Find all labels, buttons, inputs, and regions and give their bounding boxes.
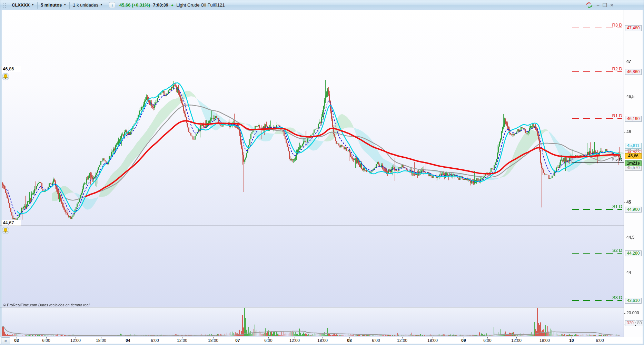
last-price-change: 45,66 (+0,31%) xyxy=(119,2,150,8)
minimize-button[interactable]: – xyxy=(596,2,599,8)
alarm-price-tag[interactable]: 44,67 xyxy=(1,220,21,226)
time-tick-label: 12:00 xyxy=(511,338,522,343)
refresh-icon[interactable] xyxy=(585,2,593,8)
price-tick-mark xyxy=(624,62,625,62)
scroll-back-button[interactable]: « xyxy=(1,337,10,344)
pivot-axis-value: 44,280 xyxy=(625,250,642,256)
info-icon[interactable]: i xyxy=(109,2,115,8)
price-tick-mark xyxy=(624,132,625,132)
chevron-down-icon: ▼ xyxy=(31,4,34,6)
volume-last-value: 80 xyxy=(636,320,643,326)
copyright-note: © ProRealTime.com Datos recibidos en tie… xyxy=(3,303,89,307)
price-tick-label: 46,5 xyxy=(626,94,634,99)
drag-grip-icon[interactable] xyxy=(2,2,7,8)
chevron-down-icon: ▼ xyxy=(63,4,66,6)
time-tick-label: 6:00 xyxy=(264,338,272,343)
time-tick-label: 18:00 xyxy=(539,338,550,343)
units-dropdown[interactable]: 1 k unidades ▼ xyxy=(70,0,106,10)
copyright-text: © ProRealTime.com xyxy=(3,303,37,307)
quote-block: 45,66 (+0,31%) 7:03:39 ● Light Crude Oil… xyxy=(119,2,225,8)
instrument-name: Light Crude Oil Full0121 xyxy=(176,2,225,8)
pivot-label: R2 D xyxy=(571,66,622,71)
time-tick-label: 6:00 xyxy=(596,338,604,343)
live-price-label: 45,66 xyxy=(625,153,642,159)
price-tick-label: 44 xyxy=(626,270,631,275)
pivot-label: R3 D xyxy=(571,22,622,28)
pivot-dashed-line xyxy=(572,253,622,254)
time-tick-label: 12:00 xyxy=(289,338,300,343)
pivot-dashed-line xyxy=(572,300,622,301)
chevron-down-icon: ▼ xyxy=(100,4,103,6)
time-tick-label: 04 xyxy=(126,338,130,343)
right-strip xyxy=(643,10,644,344)
quote-time: 7:03:39 xyxy=(153,2,168,8)
pivot-label: S3 D xyxy=(571,295,622,300)
alarm-line[interactable] xyxy=(0,72,624,72)
time-tick-label: 08 xyxy=(347,338,351,343)
realtime-status-icon: ● xyxy=(171,3,174,7)
toolbar: CLXXXX ▼ 5 minutos ▼ 1 k unidades ▼ i 45… xyxy=(0,0,644,10)
price-tick-mark xyxy=(624,97,625,97)
price-tick-mark xyxy=(624,238,625,238)
time-tick-label: 6:00 xyxy=(372,338,380,343)
time-tick-label: 12:00 xyxy=(177,338,187,343)
timeframe-label: 5 minutos xyxy=(41,2,62,8)
time-tick-label: 03 xyxy=(14,338,19,343)
restore-button[interactable]: ❐ xyxy=(603,2,607,8)
live-price-label: 1m21s xyxy=(625,160,642,166)
pivot-label: S2 D xyxy=(571,248,622,253)
time-tick-label: 07 xyxy=(235,338,240,343)
candlestick-canvas[interactable] xyxy=(2,10,624,337)
pivot-axis-value: 44,900 xyxy=(625,207,642,213)
separator xyxy=(106,2,106,9)
close-button[interactable]: × xyxy=(610,2,613,8)
time-tick-label: 6:00 xyxy=(151,338,159,343)
alarm-bell-icon[interactable] xyxy=(2,73,9,80)
pivot-axis-value: 46,190 xyxy=(625,116,642,122)
realtime-note: Datos recibidos en tiempo real xyxy=(38,303,90,307)
units-label: 1 k unidades xyxy=(73,2,98,8)
time-tick-label: 18:00 xyxy=(317,338,328,343)
pivot-dashed-line xyxy=(572,118,622,119)
time-tick-label: 18:00 xyxy=(96,338,106,343)
pivot-axis-value: 47,480 xyxy=(625,25,642,31)
price-tick-label: 45 xyxy=(626,200,631,205)
alarm-line[interactable] xyxy=(0,226,624,226)
live-price-label: 45,811 xyxy=(625,143,642,149)
time-tick-label: 09 xyxy=(461,338,466,343)
price-tick-mark xyxy=(624,203,625,203)
pivot-axis-value: 46,860 xyxy=(625,69,642,75)
time-tick-label: 18:00 xyxy=(208,338,218,343)
volume-tick-mark xyxy=(624,313,625,314)
time-tick-label: 6:00 xyxy=(483,338,491,343)
price-tick-label: 47 xyxy=(626,59,631,64)
time-tick-label: 6:00 xyxy=(42,338,50,343)
pivot-label: Piv D xyxy=(571,157,622,162)
time-tick-label: 12:00 xyxy=(70,338,81,343)
price-tick-label: 46 xyxy=(626,129,631,134)
alarm-price-tag[interactable]: 46,86 xyxy=(1,66,21,72)
pivot-dashed-line xyxy=(572,28,622,28)
bottom-strip xyxy=(0,344,644,345)
pivot-dashed-line xyxy=(572,71,622,72)
panel-divider[interactable] xyxy=(0,307,624,307)
price-axis[interactable]: 47,48046,86046,19044,90044,28043,6104746… xyxy=(624,10,643,337)
pivot-dashed-line xyxy=(572,209,622,210)
price-tick-label: 44,5 xyxy=(626,235,634,240)
chart-plot-area[interactable] xyxy=(2,10,624,337)
time-tick-label: 18:00 xyxy=(427,338,438,343)
pivot-axis-value: 43,610 xyxy=(625,298,642,304)
pivot-label: S1 D xyxy=(571,204,622,209)
timeframe-dropdown[interactable]: 5 minutos ▼ xyxy=(38,0,69,10)
volume-tick-label: 20.000 xyxy=(626,310,639,315)
pivot-label: R1 D xyxy=(571,113,622,118)
price-tick-mark xyxy=(624,273,625,273)
volume-last-value: 320 xyxy=(625,320,635,326)
window-buttons: – ❐ × xyxy=(585,2,644,8)
time-tick-label: 12:00 xyxy=(397,338,407,343)
time-axis[interactable]: 036:0012:0018:00046:0012:0018:00076:0012… xyxy=(0,337,643,344)
alarm-bell-icon[interactable] xyxy=(2,227,9,234)
symbol-dropdown[interactable]: CLXXXX ▼ xyxy=(9,0,37,10)
pivot-line xyxy=(572,162,624,163)
symbol-label: CLXXXX xyxy=(12,2,30,8)
